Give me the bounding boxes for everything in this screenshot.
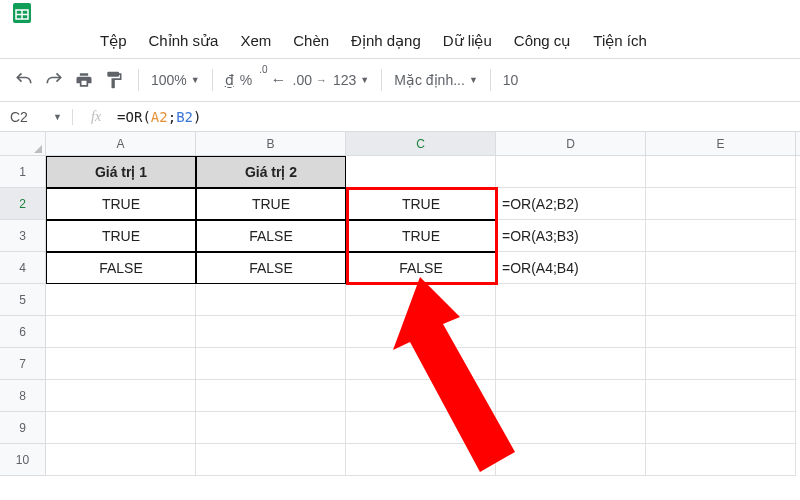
cell-d10[interactable] [496, 444, 646, 476]
cell-d6[interactable] [496, 316, 646, 348]
col-header-b[interactable]: B [196, 132, 346, 155]
formula-sep: ; [168, 109, 176, 125]
undo-icon[interactable] [12, 68, 36, 92]
font-size[interactable]: 10 [503, 72, 519, 88]
cell-d1[interactable] [496, 156, 646, 188]
row-header-6[interactable]: 6 [0, 316, 46, 348]
col-header-c[interactable]: C [346, 132, 496, 155]
cell-e2[interactable] [646, 188, 796, 220]
cell-a10[interactable] [46, 444, 196, 476]
row-header-1[interactable]: 1 [0, 156, 46, 188]
cell-e5[interactable] [646, 284, 796, 316]
cell-c10[interactable] [346, 444, 496, 476]
menu-format[interactable]: Định dạng [351, 32, 421, 50]
formula-close: ) [193, 109, 201, 125]
cell-b8[interactable] [196, 380, 346, 412]
cell-e1[interactable] [646, 156, 796, 188]
menu-extensions[interactable]: Tiện ích [593, 32, 646, 50]
cell-e3[interactable] [646, 220, 796, 252]
dec00-label: .00 [293, 72, 312, 88]
cell-e6[interactable] [646, 316, 796, 348]
cell-c1[interactable] [346, 156, 496, 188]
cell-e7[interactable] [646, 348, 796, 380]
formula-bar[interactable]: =OR(A2;B2) [113, 109, 800, 125]
cell-b7[interactable] [196, 348, 346, 380]
cell-e10[interactable] [646, 444, 796, 476]
decrease-decimal-button[interactable]: .0.0← [258, 71, 286, 89]
cell-a7[interactable] [46, 348, 196, 380]
col-header-a[interactable]: A [46, 132, 196, 155]
cell-c6[interactable] [346, 316, 496, 348]
name-box[interactable]: C2 ▼ [0, 109, 72, 125]
formula-arg1: A2 [151, 109, 168, 125]
cell-d3[interactable]: =OR(A3;B3) [496, 220, 646, 252]
cell-b10[interactable] [196, 444, 346, 476]
row-header-10[interactable]: 10 [0, 444, 46, 476]
cell-d2[interactable]: =OR(A2;B2) [496, 188, 646, 220]
print-icon[interactable] [72, 68, 96, 92]
currency-button[interactable]: ₫ [225, 72, 234, 88]
cell-e4[interactable] [646, 252, 796, 284]
row-header-3[interactable]: 3 [0, 220, 46, 252]
cell-a4[interactable]: FALSE [46, 252, 196, 284]
redo-icon[interactable] [42, 68, 66, 92]
cell-e8[interactable] [646, 380, 796, 412]
cell-b5[interactable] [196, 284, 346, 316]
select-all-corner[interactable] [0, 132, 46, 155]
formula-fn: =OR( [117, 109, 151, 125]
zoom-dropdown[interactable]: 100%▼ [151, 72, 200, 88]
cell-d8[interactable] [496, 380, 646, 412]
cell-b4[interactable]: FALSE [196, 252, 346, 284]
cell-b1[interactable]: Giá trị 2 [196, 156, 346, 188]
cell-c7[interactable] [346, 348, 496, 380]
menu-bar: Tệp Chỉnh sửa Xem Chèn Định dạng Dữ liệu… [0, 28, 800, 58]
col-header-d[interactable]: D [496, 132, 646, 155]
cell-a3[interactable]: TRUE [46, 220, 196, 252]
cell-d4[interactable]: =OR(A4;B4) [496, 252, 646, 284]
menu-data[interactable]: Dữ liệu [443, 32, 492, 50]
cell-b3[interactable]: FALSE [196, 220, 346, 252]
separator [381, 69, 382, 91]
row-header-5[interactable]: 5 [0, 284, 46, 316]
cell-c4[interactable]: FALSE [346, 252, 496, 284]
percent-button[interactable]: % [240, 72, 252, 88]
menu-insert[interactable]: Chèn [293, 32, 329, 50]
cell-d5[interactable] [496, 284, 646, 316]
cell-a9[interactable] [46, 412, 196, 444]
cell-c3[interactable]: TRUE [346, 220, 496, 252]
col-header-e[interactable]: E [646, 132, 796, 155]
cell-c9[interactable] [346, 412, 496, 444]
cell-c8[interactable] [346, 380, 496, 412]
cell-e9[interactable] [646, 412, 796, 444]
menu-tools[interactable]: Công cụ [514, 32, 572, 50]
cell-b6[interactable] [196, 316, 346, 348]
row-header-8[interactable]: 8 [0, 380, 46, 412]
cell-d9[interactable] [496, 412, 646, 444]
cell-a5[interactable] [46, 284, 196, 316]
paint-format-icon[interactable] [102, 68, 126, 92]
row-header-4[interactable]: 4 [0, 252, 46, 284]
cell-a8[interactable] [46, 380, 196, 412]
cell-a2[interactable]: TRUE [46, 188, 196, 220]
font-dropdown[interactable]: Mặc định...▼ [394, 72, 478, 88]
more-formats-dropdown[interactable]: 123▼ [333, 72, 369, 88]
cell-c2[interactable]: TRUE [346, 188, 496, 220]
cell-b9[interactable] [196, 412, 346, 444]
formula-arg2: B2 [176, 109, 193, 125]
sheets-logo-icon [10, 1, 34, 25]
separator [212, 69, 213, 91]
cell-c5[interactable] [346, 284, 496, 316]
cell-a1[interactable]: Giá trị 1 [46, 156, 196, 188]
menu-edit[interactable]: Chỉnh sửa [149, 32, 219, 50]
row-header-2[interactable]: 2 [0, 188, 46, 220]
separator [138, 69, 139, 91]
menu-view[interactable]: Xem [240, 32, 271, 50]
menu-file[interactable]: Tệp [100, 32, 127, 50]
cell-b2[interactable]: TRUE [196, 188, 346, 220]
cell-d7[interactable] [496, 348, 646, 380]
grid-rows: 1 Giá trị 1 Giá trị 2 2 TRUE TRUE TRUE =… [0, 156, 800, 476]
row-header-9[interactable]: 9 [0, 412, 46, 444]
increase-decimal-button[interactable]: .00→ [293, 72, 327, 88]
row-header-7[interactable]: 7 [0, 348, 46, 380]
cell-a6[interactable] [46, 316, 196, 348]
